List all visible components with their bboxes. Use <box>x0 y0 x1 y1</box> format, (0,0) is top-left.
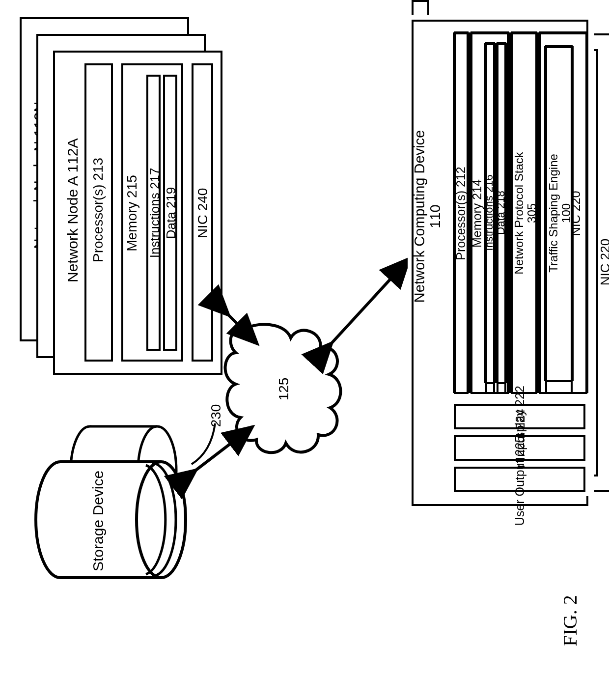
figure-label: FIG. 2 <box>558 587 581 655</box>
user-output-225-l: User Output 225 <box>513 432 527 530</box>
right-reflow <box>0 0 609 700</box>
